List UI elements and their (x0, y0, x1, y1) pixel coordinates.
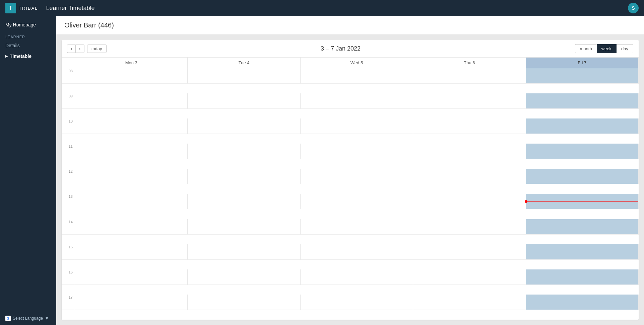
top-header: T TRIBAL Learner Timetable S (0, 0, 644, 16)
day-header-mon: Mon 3 (75, 58, 188, 68)
logo-box: T (5, 3, 16, 13)
sidebar-item-timetable[interactable]: Timetable (0, 51, 56, 62)
time-cell-09-day4[interactable] (526, 93, 639, 109)
google-icon: G (5, 316, 11, 321)
time-header-empty (62, 58, 75, 68)
learner-name: Oliver Barr (446) (64, 21, 114, 29)
time-cell-13-day3[interactable] (413, 194, 526, 209)
time-cell-08-day0[interactable] (75, 68, 188, 84)
time-cell-16-day0[interactable] (75, 269, 188, 285)
time-label-14: 14 (62, 219, 75, 235)
time-cell-10-day0[interactable] (75, 118, 188, 134)
main-layout: My Homepage LEARNER Details Timetable G … (0, 16, 644, 325)
today-button[interactable]: today (87, 45, 107, 53)
time-cell-17-day3[interactable] (413, 295, 526, 310)
nav-prev-button[interactable]: ‹ (67, 45, 75, 53)
time-cell-13-day0[interactable] (75, 194, 188, 209)
day-header-wed: Wed 5 (301, 58, 413, 68)
time-cell-08-day3[interactable] (413, 68, 526, 84)
time-cell-10-day4[interactable] (526, 118, 639, 134)
time-cell-14-day1[interactable] (188, 219, 300, 235)
nav-next-button[interactable]: › (75, 45, 84, 53)
time-label-12: 12 (62, 169, 75, 184)
time-cell-14-day3[interactable] (413, 219, 526, 235)
time-cell-12-day1[interactable] (188, 169, 300, 184)
time-label-09: 09 (62, 93, 75, 109)
time-cell-11-day0[interactable] (75, 144, 188, 159)
time-label-11: 11 (62, 144, 75, 159)
sidebar-item-details[interactable]: Details (0, 40, 56, 51)
time-cell-11-day3[interactable] (413, 144, 526, 159)
time-cell-13-day2[interactable] (301, 194, 413, 209)
time-label-15: 15 (62, 244, 75, 260)
time-cell-17-day2[interactable] (301, 295, 413, 310)
time-cell-08-day4[interactable] (526, 68, 639, 84)
time-cell-15-day3[interactable] (413, 244, 526, 260)
time-cell-12-day3[interactable] (413, 169, 526, 184)
current-time-line (526, 201, 638, 202)
time-cell-11-day1[interactable] (188, 144, 300, 159)
time-cell-13-day1[interactable] (188, 194, 300, 209)
nav-buttons: ‹ › (67, 45, 84, 53)
view-toggle: month week day (575, 44, 633, 53)
time-cell-17-day4[interactable] (526, 295, 639, 310)
day-header-fri: Fri 7 (526, 58, 639, 68)
user-avatar[interactable]: S (628, 3, 639, 13)
day-header-tue: Tue 4 (188, 58, 300, 68)
time-cell-09-day2[interactable] (301, 93, 413, 109)
time-cell-14-day0[interactable] (75, 219, 188, 235)
sidebar-item-homepage[interactable]: My Homepage (0, 19, 56, 31)
time-cell-17-day1[interactable] (188, 295, 300, 310)
time-cell-15-day4[interactable] (526, 244, 639, 260)
time-cell-12-day2[interactable] (301, 169, 413, 184)
page-title: Learner Timetable (46, 5, 628, 12)
time-cell-08-day1[interactable] (188, 68, 300, 84)
view-week-button[interactable]: week (597, 44, 617, 53)
view-day-button[interactable]: day (617, 44, 633, 53)
view-month-button[interactable]: month (575, 44, 597, 53)
brand-name: TRIBAL (19, 6, 38, 11)
calendar-grid: Mon 3 Tue 4 Wed 5 Thu 6 Fri 7 0809101112… (62, 58, 639, 320)
select-language[interactable]: G Select Language ▼ (0, 312, 56, 325)
date-range: 3 – 7 Jan 2022 (107, 45, 575, 52)
day-header-thu: Thu 6 (413, 58, 526, 68)
calendar-toolbar: ‹ › today 3 – 7 Jan 2022 month week day (62, 40, 639, 58)
time-label-13: 13 (62, 194, 75, 209)
time-cell-11-day4[interactable] (526, 144, 639, 159)
time-label-17: 17 (62, 295, 75, 310)
time-label-10: 10 (62, 118, 75, 134)
time-cell-14-day4[interactable] (526, 219, 639, 235)
time-label-16: 16 (62, 269, 75, 285)
time-cell-15-day2[interactable] (301, 244, 413, 260)
time-cell-14-day2[interactable] (301, 219, 413, 235)
calendar-wrapper: ‹ › today 3 – 7 Jan 2022 month week day … (62, 40, 639, 320)
time-cell-08-day2[interactable] (301, 68, 413, 84)
dropdown-arrow-icon: ▼ (45, 316, 49, 321)
time-cell-15-day0[interactable] (75, 244, 188, 260)
time-cell-09-day3[interactable] (413, 93, 526, 109)
time-cell-10-day1[interactable] (188, 118, 300, 134)
time-cell-10-day2[interactable] (301, 118, 413, 134)
sidebar: My Homepage LEARNER Details Timetable G … (0, 16, 56, 325)
time-cell-17-day0[interactable] (75, 295, 188, 310)
logo-letter: T (9, 5, 12, 11)
time-label-08: 08 (62, 68, 75, 84)
time-cell-16-day3[interactable] (413, 269, 526, 285)
time-cell-16-day1[interactable] (188, 269, 300, 285)
learner-bar: Oliver Barr (446) (56, 16, 644, 35)
content-area: Oliver Barr (446) ‹ › today 3 – 7 Jan 20… (56, 16, 644, 325)
current-time-dot (525, 200, 527, 203)
time-cell-16-day2[interactable] (301, 269, 413, 285)
sidebar-section-label: LEARNER (0, 31, 56, 40)
time-cell-13-day4[interactable] (526, 194, 639, 209)
time-cell-09-day0[interactable] (75, 93, 188, 109)
time-cell-15-day1[interactable] (188, 244, 300, 260)
time-cell-10-day3[interactable] (413, 118, 526, 134)
time-cell-16-day4[interactable] (526, 269, 639, 285)
day-headers: Mon 3 Tue 4 Wed 5 Thu 6 Fri 7 (62, 58, 639, 68)
time-cell-09-day1[interactable] (188, 93, 300, 109)
time-grid: 08091011121314151617 (62, 68, 639, 320)
time-cell-11-day2[interactable] (301, 144, 413, 159)
time-cell-12-day0[interactable] (75, 169, 188, 184)
time-cell-12-day4[interactable] (526, 169, 639, 184)
